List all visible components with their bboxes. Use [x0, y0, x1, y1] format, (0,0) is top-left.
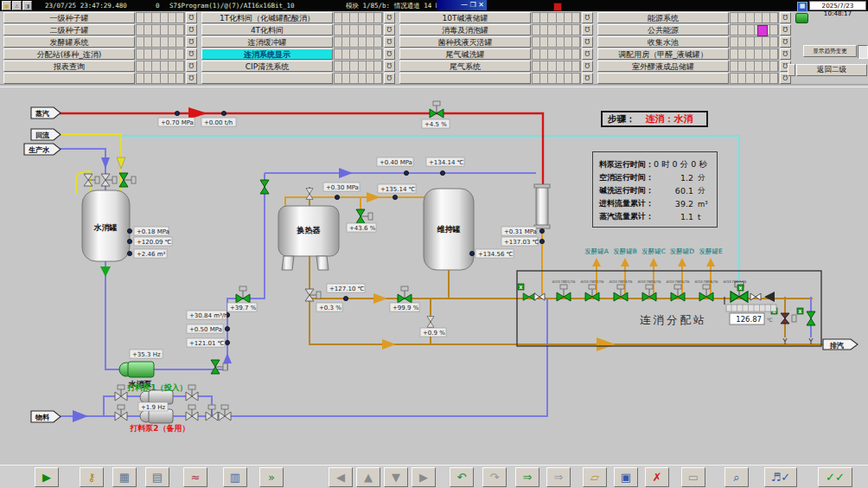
- quality-check-button[interactable]: ✓✓: [818, 467, 852, 487]
- titlebar-icon-1[interactable]: ▦: [2, 1, 11, 10]
- alarm-bell-icon[interactable]: ℧: [186, 48, 197, 60]
- pump1-inlet-valve[interactable]: [115, 385, 127, 401]
- menu-item-fermenter[interactable]: 发酵罐系统: [3, 36, 135, 48]
- alarm-bell-icon[interactable]: ℧: [384, 61, 395, 72]
- branch-valve-green[interactable]: [807, 311, 815, 325]
- alarm-bell-icon[interactable]: ℧: [384, 36, 395, 48]
- alarm-bell-icon[interactable]: ℧: [582, 73, 593, 84]
- menu-item-offgas-wash[interactable]: 尾气碱洗罐: [399, 48, 531, 60]
- menu-item-4t-room[interactable]: 4T化料间: [201, 24, 333, 35]
- titlebar-alarm-icon[interactable]: ⚠: [12, 1, 22, 10]
- alarm-bell-icon[interactable]: ℧: [582, 48, 593, 60]
- alarm-bell-icon[interactable]: ℧: [384, 12, 395, 23]
- back-cell-button[interactable]: [788, 64, 795, 76]
- menu-item-blank[interactable]: [3, 73, 135, 84]
- menu-item-blank[interactable]: [399, 73, 531, 84]
- alarm-bell-icon[interactable]: ℧: [186, 36, 197, 48]
- nav-up-button[interactable]: ▲: [356, 467, 380, 487]
- report-system-button[interactable]: ▥: [223, 467, 247, 487]
- water-sterilize-pump[interactable]: [119, 362, 154, 377]
- menu-item-seed2[interactable]: 二级种子罐: [3, 24, 135, 35]
- feed-pump-2[interactable]: [140, 409, 173, 423]
- trend-change-button[interactable]: 显示趋势变更: [803, 45, 857, 57]
- main-control-valve[interactable]: [398, 286, 412, 303]
- alarm-bell-icon[interactable]: ℧: [582, 12, 593, 23]
- pump1-outlet-valve[interactable]: [186, 385, 198, 401]
- titlebar-icon-3[interactable]: ◨: [22, 1, 32, 10]
- run-button[interactable]: ▶: [35, 467, 59, 487]
- alarm-bell-icon[interactable]: ℧: [780, 36, 791, 48]
- water-sterilize-tank[interactable]: 水消罐: [82, 190, 130, 261]
- alarm-bell-icon[interactable]: ℧: [780, 12, 791, 23]
- redo-button[interactable]: ↷: [482, 467, 507, 487]
- menu-item-water-pool[interactable]: 收集水池: [597, 36, 729, 48]
- hot-water-valve[interactable]: [260, 180, 269, 194]
- trend-chart-button[interactable]: ≈: [183, 467, 207, 487]
- menu-item-outdoor-storage[interactable]: 室外醪液成品储罐: [597, 61, 729, 72]
- menu-item-inactivation[interactable]: 菌种残液灭活罐: [399, 36, 531, 48]
- alarm-bell-icon[interactable]: ℧: [582, 36, 593, 48]
- vent-valve[interactable]: [427, 317, 434, 328]
- window-controls[interactable]: — ❒ ✕: [437, 0, 487, 10]
- save-button[interactable]: ▣: [614, 467, 638, 487]
- menu-item-public-energy[interactable]: 公共能源: [597, 24, 729, 35]
- pump2-outlet-valve[interactable]: [186, 405, 198, 421]
- menu-item-distribution[interactable]: 分配站(移种_连消): [3, 48, 135, 60]
- menu-item-energy[interactable]: 能源系统: [597, 12, 729, 23]
- alarm-bell-icon[interactable]: ℧: [186, 61, 197, 72]
- picture-select-button[interactable]: ▦: [112, 467, 137, 487]
- branch-valve-dark[interactable]: [781, 313, 796, 324]
- pump2-inlet-valve[interactable]: [115, 405, 127, 421]
- step-in-button[interactable]: ⇒: [515, 467, 539, 487]
- feed-pump-1[interactable]: [140, 390, 173, 404]
- menu-item-blank[interactable]: [597, 73, 729, 84]
- menu-item-blank[interactable]: [201, 73, 333, 84]
- alarm-bell-icon[interactable]: ℧: [186, 73, 197, 84]
- step-out-button[interactable]: ⇒: [546, 467, 571, 487]
- search-button[interactable]: ⌕: [724, 467, 749, 487]
- delete-button[interactable]: ✗: [645, 467, 669, 487]
- tank-inlet-valve-1[interactable]: [84, 174, 99, 186]
- menu-item-blending-room[interactable]: 调配用房（甲醛_液碱罐）: [597, 48, 729, 60]
- alarm-bell-icon[interactable]: ℧: [582, 61, 593, 72]
- nav-down-button[interactable]: ▼: [384, 467, 408, 487]
- back-button[interactable]: 返回二级: [796, 64, 867, 76]
- menu-item-report[interactable]: 报表查询: [3, 61, 135, 72]
- alarm-bell-icon[interactable]: ℧: [186, 12, 197, 23]
- undo-button[interactable]: ↶: [450, 467, 474, 487]
- window-icon[interactable]: ▦: [797, 2, 807, 12]
- alarm-bell-icon[interactable]: ℧: [582, 24, 593, 35]
- nav-forward-button[interactable]: ▶: [412, 467, 436, 487]
- steam-control-valve[interactable]: [430, 101, 444, 118]
- alarm-bell-icon[interactable]: ℧: [384, 73, 395, 84]
- menu-item-10t-alkali[interactable]: 10T碱液储罐: [399, 12, 531, 23]
- menu-item-sterilization-active[interactable]: 连消系统显示: [201, 48, 333, 60]
- alarm-bell-icon[interactable]: ℧: [186, 24, 197, 35]
- tank-inlet-valve-2[interactable]: [101, 174, 117, 186]
- alarm-bell-icon[interactable]: ℧: [384, 48, 395, 60]
- menu-item-buffer-tank[interactable]: 连消缓冲罐: [201, 36, 333, 48]
- he-fitting-valve[interactable]: [306, 189, 313, 200]
- print-report-button[interactable]: ▤: [145, 467, 169, 487]
- alarm-bell-icon[interactable]: ℧: [384, 24, 395, 35]
- alarm-bell-icon[interactable]: ℧: [780, 24, 791, 35]
- distribution-temp-readout[interactable]: 126.87 ℃: [726, 305, 776, 324]
- nav-back-button[interactable]: ◀: [329, 467, 353, 487]
- menu-item-disinfect[interactable]: 消毒及消泡罐: [399, 24, 531, 35]
- feed-control-valve[interactable]: [236, 286, 250, 303]
- maintain-tank[interactable]: 维持罐: [424, 189, 474, 270]
- export-button[interactable]: »: [259, 467, 284, 487]
- alarm-bell-icon[interactable]: ℧: [780, 48, 791, 60]
- menu-item-offgas-system[interactable]: 尾气系统: [399, 61, 531, 72]
- menu-item-seed1[interactable]: 一级种子罐: [3, 12, 135, 23]
- material-valve-1[interactable]: [206, 405, 218, 421]
- audio-ack-button[interactable]: ♬✓: [764, 467, 797, 487]
- open-folder-button[interactable]: ▱: [583, 467, 607, 487]
- material-valve-2[interactable]: [219, 405, 231, 421]
- password-button[interactable]: ⚷: [80, 467, 104, 487]
- display-button[interactable]: ▭: [681, 467, 705, 487]
- he-control-valve[interactable]: [356, 209, 373, 223]
- menu-item-cip[interactable]: CIP清洗系统: [201, 61, 333, 72]
- menu-item-1t-room[interactable]: 1T化料间（化碱罐配酸消）: [201, 12, 333, 23]
- he-line-arrow: [367, 192, 380, 202]
